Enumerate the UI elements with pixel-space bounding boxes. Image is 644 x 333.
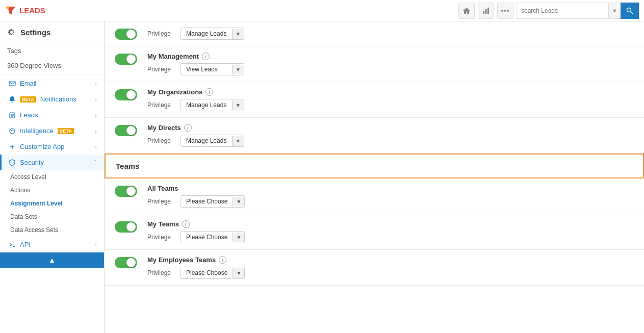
all-teams-details: All Teams Privilege Please Choose ▼: [147, 185, 634, 208]
toggle-my-organizations-col: [115, 88, 137, 100]
svg-rect-3: [485, 9, 487, 14]
search-submit-button[interactable]: [621, 3, 639, 19]
select-arrow-my-management: ▼: [232, 65, 244, 74]
my-organizations-title: My Organizations i: [147, 88, 634, 96]
privilege-label-my-organizations: Privilege: [147, 101, 175, 109]
api-chevron-icon: ›: [95, 242, 97, 248]
all-teams-row: All Teams Privilege Please Choose ▼: [105, 178, 644, 214]
toggle-my-employees-teams[interactable]: [115, 257, 137, 268]
toggle-my-management-col: [115, 53, 137, 65]
sidebar-sub-data-access-sets[interactable]: Data Access Sets: [0, 223, 104, 237]
my-organizations-row: My Organizations i Privilege Manage Lead…: [105, 82, 644, 118]
svg-point-1: [6, 6, 9, 9]
toggle-all-teams-col: [115, 185, 137, 197]
toggle-all-teams[interactable]: [115, 186, 137, 197]
sidebar-item-intelligence-label: Intelligence: [20, 127, 54, 135]
privilege-label-all-teams: Privilege: [147, 198, 175, 205]
toggle-my-teams-col: [115, 220, 137, 233]
sidebar-sub-data-sets[interactable]: Data Sets: [0, 210, 104, 223]
my-directs-row: My Directs i Privilege Manage Leads ▼: [105, 118, 644, 153]
select-arrow-my-organizations: ▼: [232, 100, 244, 110]
sidebar-sub-actions[interactable]: Actions: [0, 184, 104, 197]
privilege-value-my-management: View Leads: [181, 64, 232, 75]
sidebar-item-intelligence[interactable]: Intelligence BETA ›: [0, 123, 104, 139]
toggle-my-organizations[interactable]: [115, 89, 137, 100]
privilege-line-my-teams: Privilege Please Choose ▼: [147, 231, 634, 243]
my-employees-teams-row: My Employees Teams i Privilege Please Ch…: [105, 250, 644, 286]
scroll-up-button[interactable]: ▲: [0, 252, 104, 268]
chart-button[interactable]: [478, 3, 494, 19]
sidebar-item-customize-label: Customize App: [20, 143, 64, 150]
privilege-value-my-teams: Please Choose: [181, 232, 233, 243]
teams-section-header: Teams: [105, 153, 644, 178]
notifications-beta-badge: BETA: [20, 96, 36, 103]
sidebar: Settings Tags 360 Degree Views Email › B…: [0, 21, 105, 333]
search-dropdown-button[interactable]: ▼: [608, 3, 621, 19]
more-dots-icon: •••: [501, 7, 510, 15]
privilege-value-manage-leads-top: Manage Leads: [181, 28, 232, 39]
security-chevron-icon: ˅: [94, 159, 97, 166]
my-employees-teams-title: My Employees Teams i: [147, 256, 634, 264]
privilege-select-manage-leads-top[interactable]: Manage Leads ▼: [181, 28, 244, 40]
sidebar-item-360-views[interactable]: 360 Degree Views: [0, 58, 104, 73]
chevron-up-icon: ▲: [48, 256, 56, 264]
privilege-line-my-employees-teams: Privilege Please Choose ▼: [147, 267, 634, 279]
privilege-label-top: Privilege: [147, 30, 175, 37]
svg-point-5: [627, 8, 631, 12]
privilege-select-my-teams[interactable]: Please Choose ▼: [181, 231, 245, 243]
privilege-select-all-teams[interactable]: Please Choose ▼: [181, 195, 245, 208]
privilege-line-my-organizations: Privilege Manage Leads ▼: [147, 99, 634, 111]
toggle-my-teams[interactable]: [115, 221, 137, 233]
sidebar-sub-assignment-level[interactable]: Assignment Level: [0, 197, 104, 210]
more-button[interactable]: •••: [497, 3, 513, 19]
email-chevron-icon: ›: [95, 81, 97, 87]
bell-icon: [9, 96, 16, 103]
settings-title: Settings: [20, 28, 50, 37]
toggle-my-management[interactable]: [115, 54, 137, 65]
my-organizations-info-icon: i: [205, 88, 213, 96]
privilege-select-my-directs[interactable]: Manage Leads ▼: [181, 135, 244, 147]
sidebar-sub-access-level[interactable]: Access Level: [0, 170, 104, 184]
my-directs-info-icon: i: [184, 124, 192, 132]
search-input[interactable]: [517, 3, 608, 19]
svg-rect-2: [483, 11, 484, 14]
privilege-select-my-employees-teams[interactable]: Please Choose ▼: [181, 267, 245, 279]
my-management-details: My Management i Privilege View Leads ▼: [147, 53, 634, 75]
sidebar-item-email-label: Email: [20, 80, 37, 87]
privilege-line-my-directs: Privilege Manage Leads ▼: [147, 135, 634, 147]
toggle-my-directs[interactable]: [115, 125, 137, 136]
sidebar-item-security[interactable]: Security ˅: [0, 155, 104, 170]
search-container: ▼: [517, 3, 639, 19]
sidebar-item-api[interactable]: API ›: [0, 237, 104, 252]
intelligence-icon: [9, 127, 16, 135]
my-management-title: My Management i: [147, 53, 634, 60]
sidebar-item-leads[interactable]: Leads ›: [0, 107, 104, 123]
select-arrow-my-employees-teams: ▼: [233, 268, 244, 278]
leads-chevron-icon: ›: [95, 112, 97, 118]
privilege-select-my-management[interactable]: View Leads ▼: [181, 63, 244, 75]
svg-point-12: [10, 129, 15, 134]
toggle-manage-leads-top[interactable]: [115, 29, 137, 40]
privilege-label-my-employees-teams: Privilege: [147, 269, 175, 276]
home-icon: [462, 7, 471, 15]
sidebar-item-customize[interactable]: Customize App ›: [0, 139, 104, 155]
my-management-row: My Management i Privilege View Leads ▼: [105, 46, 644, 82]
chart-icon: [482, 7, 490, 15]
api-icon: [9, 241, 16, 248]
my-management-info-icon: i: [202, 53, 210, 60]
sidebar-item-email[interactable]: Email ›: [0, 75, 104, 91]
gear-icon: [7, 28, 16, 37]
select-arrow-top: ▼: [232, 29, 244, 39]
manage-leads-top-details: Privilege Manage Leads ▼: [147, 28, 634, 40]
home-button[interactable]: [458, 3, 475, 19]
sidebar-item-security-label: Security: [20, 159, 44, 166]
my-directs-details: My Directs i Privilege Manage Leads ▼: [147, 124, 634, 147]
intelligence-chevron-icon: ›: [95, 128, 97, 134]
sidebar-item-notifications[interactable]: BETA Notifications ›: [0, 91, 104, 107]
sidebar-item-tags[interactable]: Tags: [0, 43, 104, 58]
privilege-select-my-organizations[interactable]: Manage Leads ▼: [181, 99, 244, 111]
select-arrow-my-teams: ▼: [233, 233, 244, 242]
my-organizations-details: My Organizations i Privilege Manage Lead…: [147, 88, 634, 111]
privilege-value-my-directs: Manage Leads: [181, 135, 232, 146]
select-arrow-my-directs: ▼: [232, 136, 244, 146]
